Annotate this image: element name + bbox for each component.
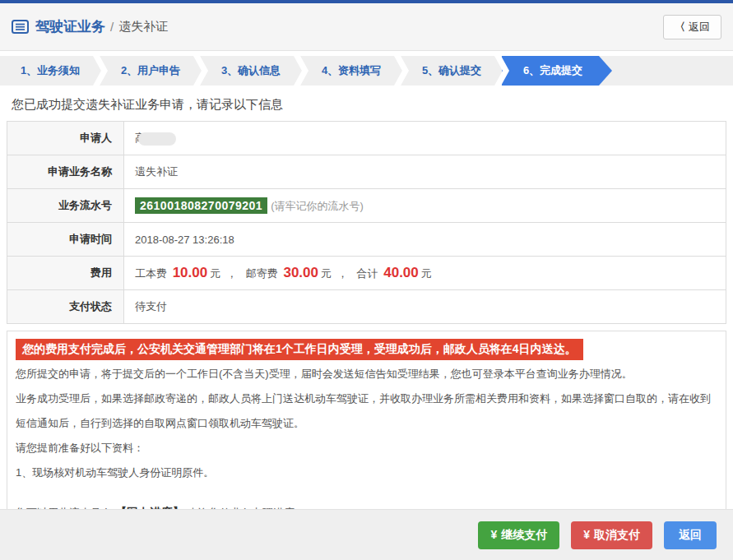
fee-item1-label: 工本费: [135, 267, 167, 280]
notice-paragraph: 业务成功受理后，如果选择邮政寄递的，邮政人员将上门送达机动车驾驶证，并收取办理业…: [16, 386, 717, 436]
continue-pay-label: 继续支付: [501, 528, 547, 541]
list-icon: [12, 20, 29, 34]
table-row-time: 申请时间 2018-08-27 13:26:18: [7, 223, 726, 257]
back-button[interactable]: 〈返回: [663, 15, 721, 39]
notice-box: 您的费用支付完成后，公安机关交通管理部门将在1个工作日内受理，受理成功后，邮政人…: [7, 331, 726, 536]
page-subtitle: 遗失补证: [118, 19, 168, 35]
main-content: 您已成功提交遗失补证业务申请，请记录以下信息 申请人 高 申请业务名称 遗失补证…: [0, 97, 733, 536]
step-tab-2[interactable]: 2、用户申告: [100, 56, 201, 86]
step-label: 4、资料填写: [322, 63, 381, 78]
page-title: 驾驶证业务: [35, 17, 105, 36]
fee-separator: ，: [337, 267, 348, 280]
yen-icon: ¥: [583, 528, 590, 541]
fee-separator: ，: [226, 267, 237, 280]
pay-status-value: 待支付: [124, 290, 726, 324]
chevron-left-icon: 〈: [675, 21, 685, 33]
serial-note: (请牢记你的流水号): [271, 200, 364, 212]
table-row-status: 支付状态 待支付: [7, 290, 726, 324]
breadcrumb-separator: /: [110, 20, 114, 34]
fee-value: 工本费 10.00元， 邮寄费 30.00元， 合计 40.00元: [124, 257, 726, 290]
serial-number-badge: 261001808270079201: [135, 197, 267, 214]
notice-paragraph: 1、现场核对机动车驾驶人身份证明原件。: [16, 460, 717, 485]
return-button-label: 返回: [679, 528, 702, 541]
step-label: 5、确认提交: [422, 63, 481, 78]
cancel-pay-label: 取消支付: [594, 528, 640, 541]
applicant-value: 高: [124, 122, 726, 155]
return-button[interactable]: 返回: [664, 521, 717, 549]
row-label: 支付状态: [7, 290, 124, 324]
row-label: 申请人: [7, 122, 124, 155]
notice-paragraph: 请您提前准备好以下资料：: [16, 436, 717, 460]
notice-paragraph: 您所提交的申请，将于提交后的一个工作日(不含当天)受理，届时会发送短信告知受理结…: [16, 362, 717, 386]
step-tab-5[interactable]: 5、确认提交: [401, 56, 502, 86]
fee-unit: 元: [421, 267, 432, 280]
info-table: 申请人 高 申请业务名称 遗失补证 业务流水号 2610018082700792…: [7, 121, 726, 324]
fee-item1-amount: 10.00: [173, 265, 208, 280]
continue-pay-button[interactable]: ¥继续支付: [478, 521, 559, 549]
row-label: 申请业务名称: [7, 155, 124, 189]
row-label: 业务流水号: [7, 189, 124, 223]
business-value: 遗失补证: [124, 155, 726, 189]
step-tab-4[interactable]: 4、资料填写: [301, 56, 401, 86]
redaction-blur: [138, 132, 176, 146]
fee-total-amount: 40.00: [383, 265, 419, 280]
cancel-pay-button[interactable]: ¥取消支付: [571, 521, 652, 549]
apply-time-value: 2018-08-27 13:26:18: [124, 223, 726, 257]
table-row-fee: 费用 工本费 10.00元， 邮寄费 30.00元， 合计 40.00元: [7, 257, 726, 290]
step-label: 1、业务须知: [21, 63, 80, 78]
step-tab-3[interactable]: 3、确认信息: [201, 56, 301, 86]
header: 驾驶证业务 / 遗失补证 〈返回: [0, 3, 733, 51]
back-button-label: 返回: [689, 21, 710, 33]
step-tab-6-active[interactable]: 6、完成提交: [502, 56, 612, 86]
table-row-serial: 业务流水号 261001808270079201(请牢记你的流水号): [7, 189, 726, 223]
step-tab-1[interactable]: 1、业务须知: [0, 56, 100, 86]
step-bar: 1、业务须知 2、用户申告 3、确认信息 4、资料填写 5、确认提交 6、完成提…: [0, 56, 733, 86]
fee-item2-amount: 30.00: [283, 265, 318, 280]
yen-icon: ¥: [490, 528, 497, 541]
step-label: 6、完成提交: [523, 63, 582, 78]
row-label: 费用: [7, 257, 124, 290]
fee-unit: 元: [210, 267, 220, 280]
step-label: 3、确认信息: [221, 63, 281, 78]
alert-banner: 您的费用支付完成后，公安机关交通管理部门将在1个工作日内受理，受理成功后，邮政人…: [16, 339, 583, 360]
row-label: 申请时间: [7, 223, 124, 257]
table-row-applicant: 申请人 高: [7, 122, 726, 155]
fee-total-label: 合计: [357, 267, 378, 280]
step-label: 2、用户申告: [121, 63, 180, 78]
table-row-business: 申请业务名称 遗失补证: [7, 155, 726, 189]
footer-action-bar: ¥继续支付 ¥取消支付 返回: [0, 509, 733, 560]
serial-value: 261001808270079201(请牢记你的流水号): [124, 189, 726, 223]
page: 驾驶证业务 / 遗失补证 〈返回 1、业务须知 2、用户申告 3、确认信息 4、…: [0, 0, 733, 560]
success-message: 您已成功提交遗失补证业务申请，请记录以下信息: [12, 97, 721, 113]
fee-item2-label: 邮寄费: [246, 267, 278, 280]
fee-unit: 元: [321, 267, 332, 280]
